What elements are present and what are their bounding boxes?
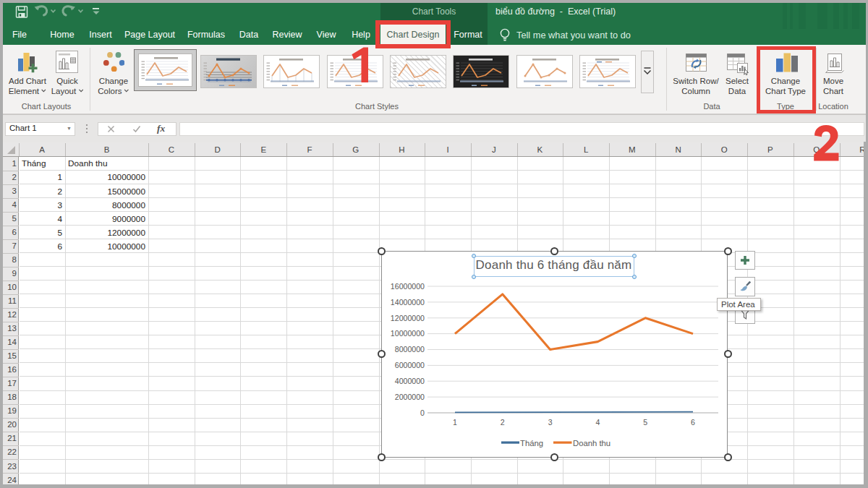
svg-text:8000000: 8000000: [395, 345, 425, 354]
svg-text:5: 5: [643, 418, 647, 427]
svg-text:2: 2: [501, 418, 505, 427]
svg-text:Tháng: Tháng: [520, 439, 543, 448]
svg-text:16000000: 16000000: [391, 282, 425, 291]
svg-text:2000000: 2000000: [395, 393, 425, 401]
svg-text:3: 3: [548, 418, 553, 427]
svg-text:6: 6: [691, 418, 695, 427]
svg-text:10000000: 10000000: [391, 329, 425, 338]
svg-text:4: 4: [595, 418, 600, 427]
svg-text:1: 1: [453, 418, 457, 427]
svg-text:4000000: 4000000: [395, 377, 425, 385]
svg-text:6000000: 6000000: [395, 361, 425, 369]
svg-text:12000000: 12000000: [391, 314, 425, 322]
svg-text:Doanh thu: Doanh thu: [573, 439, 610, 448]
svg-text:0: 0: [420, 408, 425, 417]
svg-text:14000000: 14000000: [391, 298, 425, 307]
